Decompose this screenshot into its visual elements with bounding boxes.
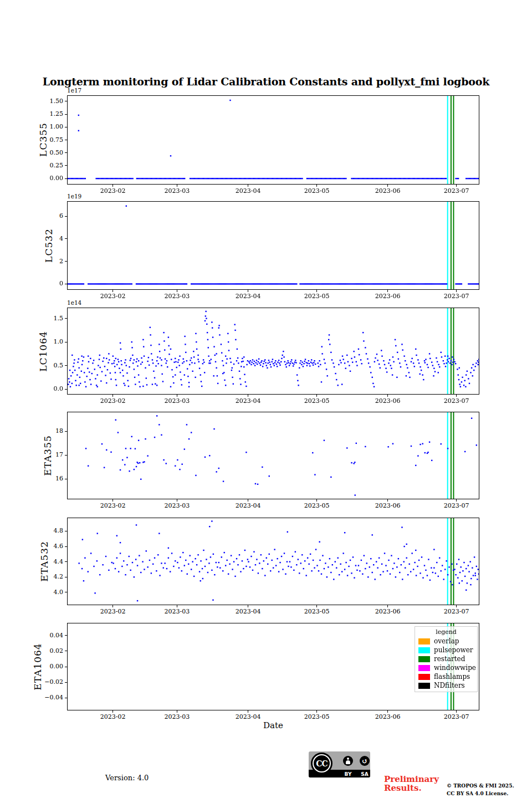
x-tick-label: 2023-07	[437, 502, 476, 509]
y-tick-label: 1.25	[1, 110, 63, 117]
x-tick-mark	[248, 185, 248, 187]
y-tick-label: 6	[1, 212, 63, 219]
x-tick-mark	[456, 185, 457, 187]
x-tick-mark	[248, 605, 248, 607]
x-tick-mark	[316, 710, 317, 713]
y-tick-label: 0.75	[1, 136, 63, 144]
x-tick-label: 2023-02	[94, 397, 132, 405]
legend-item-label: pulsepower	[434, 647, 473, 653]
y-tick-label: 16	[1, 475, 63, 482]
x-tick-label: 2023-03	[157, 397, 196, 405]
x-tick-label: 2023-02	[94, 187, 132, 195]
x-tick-mark	[316, 605, 317, 607]
legend-item-label: restarted	[434, 656, 465, 662]
x-tick-label: 2023-05	[298, 397, 336, 405]
y-tick-label: 1.5	[1, 315, 63, 322]
x-tick-mark	[456, 605, 457, 607]
x-tick-label: 2023-03	[157, 293, 196, 300]
x-tick-label: 2023-02	[94, 713, 132, 720]
x-tick-mark	[387, 185, 388, 187]
x-tick-mark	[316, 499, 317, 502]
subplot-lc355	[67, 95, 479, 185]
x-tick-label: 2023-04	[229, 293, 268, 300]
x-tick-mark	[112, 605, 113, 607]
y-tick-mark	[65, 238, 67, 239]
x-tick-mark	[248, 395, 248, 397]
legend-item-label: overlap	[434, 638, 459, 644]
x-tick-mark	[456, 395, 457, 397]
y-tick-label: −0.04	[1, 694, 63, 701]
legend-item-windowwipe: windowwipe	[418, 664, 474, 671]
by-caption: BY	[343, 771, 353, 777]
y-tick-mark	[65, 152, 67, 153]
y-tick-label: 4.8	[1, 527, 63, 534]
x-tick-label: 2023-06	[369, 397, 407, 405]
eta532-plot-canvas	[68, 518, 479, 605]
y-tick-mark	[65, 101, 67, 101]
y-tick-label: 0.02	[1, 647, 63, 654]
attribution-person-icon	[343, 756, 353, 766]
x-tick-label: 2023-06	[369, 187, 407, 195]
x-tick-mark	[387, 395, 388, 397]
legend-item-label: flashlamps	[434, 673, 470, 680]
x-tick-mark	[177, 395, 177, 397]
legend-title: legend	[418, 628, 474, 636]
y-tick-label: 1.50	[1, 98, 63, 105]
flashlamps-swatch	[418, 674, 430, 680]
y-tick-mark	[65, 261, 67, 262]
x-tick-label: 2023-05	[298, 187, 336, 195]
y-tick-label: 17	[1, 451, 63, 458]
x-tick-mark	[177, 710, 177, 713]
sa-caption: SA	[360, 771, 370, 777]
legend-item-ndfilters: NDfilters	[418, 682, 474, 689]
x-tick-label: 2023-06	[369, 608, 407, 615]
x-tick-label: 2023-05	[298, 502, 336, 509]
lc532-plot-canvas	[68, 202, 479, 289]
x-tick-label: 2023-07	[437, 397, 476, 405]
x-tick-mark	[316, 395, 317, 397]
y-tick-mark	[65, 635, 67, 636]
y-tick-mark	[65, 651, 67, 651]
y-tick-mark	[65, 342, 67, 342]
y-tick-label: 18	[1, 427, 63, 434]
x-tick-mark	[112, 710, 113, 713]
y-tick-mark	[65, 140, 67, 140]
y-tick-mark	[65, 389, 67, 390]
legend-item-restarted: restarted	[418, 656, 474, 662]
x-tick-mark	[112, 290, 113, 292]
y-tick-label: 4.2	[1, 573, 63, 580]
x-tick-label: 2023-03	[157, 502, 196, 509]
offset-label-1e17: 1e17	[67, 87, 81, 94]
offset-label-1e19: 1e19	[67, 193, 81, 200]
x-tick-label: 2023-04	[229, 608, 268, 615]
x-tick-label: 2023-07	[437, 713, 476, 720]
y-tick-label: 4.0	[1, 589, 63, 596]
cc-by-sa-badge: CC ↺ BY SA	[309, 751, 370, 777]
x-tick-label: 2023-05	[298, 293, 336, 300]
x-tick-mark	[456, 710, 457, 713]
y-tick-mark	[65, 318, 67, 319]
figure: Longterm monitoring of Lidar Calibration…	[0, 0, 532, 798]
x-tick-mark	[456, 290, 457, 292]
copyright-text: © TROPOS & FMI 2025. CC BY SA 4.0 Licens…	[447, 782, 514, 797]
restarted-swatch	[418, 656, 430, 662]
subplot-lc1064	[67, 308, 479, 395]
y-tick-label: 0.50	[1, 149, 63, 156]
offset-label-1e14: 1e14	[67, 299, 81, 306]
x-tick-mark	[112, 185, 113, 187]
y-tick-label: 0.00	[1, 175, 63, 182]
y-tick-mark	[65, 284, 67, 284]
y-tick-label: 4.4	[1, 558, 63, 565]
x-tick-label: 2023-02	[94, 502, 132, 509]
x-tick-label: 2023-06	[369, 713, 407, 720]
legend-item-label: NDfilters	[434, 682, 465, 689]
x-tick-label: 2023-05	[298, 713, 336, 720]
x-tick-mark	[456, 499, 457, 502]
subplot-eta1064: legend overlap pulsepower restarted wind…	[67, 623, 479, 710]
x-tick-label: 2023-06	[369, 502, 407, 509]
x-tick-label: 2023-03	[157, 608, 196, 615]
x-tick-label: 2023-02	[94, 293, 132, 300]
y-tick-label: 0.04	[1, 632, 63, 639]
legend-item-label: windowwipe	[434, 664, 476, 671]
x-tick-label: 2023-03	[157, 713, 196, 720]
